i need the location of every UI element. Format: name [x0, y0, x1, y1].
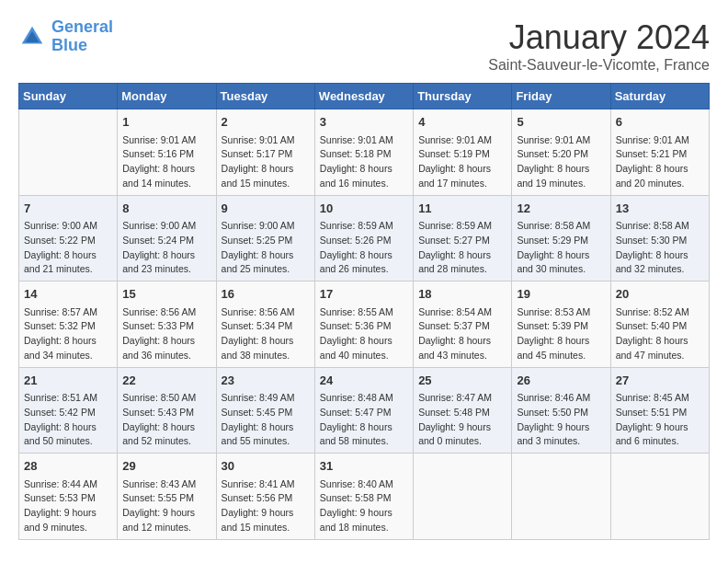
calendar-cell: 28Sunrise: 8:44 AMSunset: 5:53 PMDayligh…	[19, 454, 118, 540]
calendar-week-row: 7Sunrise: 9:00 AMSunset: 5:22 PMDaylight…	[19, 195, 710, 282]
cell-content-line: Sunrise: 8:59 AM	[418, 219, 506, 234]
cell-content-line: Daylight: 8 hours	[616, 248, 704, 263]
calendar-cell	[610, 454, 709, 540]
cell-content-line: and 18 minutes.	[320, 521, 408, 535]
cell-content-line: and 52 minutes.	[122, 434, 210, 449]
cell-content-line: Daylight: 9 hours	[616, 420, 704, 435]
cell-content-line: and 25 minutes.	[222, 262, 310, 277]
calendar-cell: 26Sunrise: 8:46 AMSunset: 5:50 PMDayligh…	[512, 367, 610, 454]
cell-content-line: Sunset: 5:17 PM	[222, 147, 310, 162]
header-day: Wednesday	[314, 84, 413, 109]
cell-content-line: Daylight: 8 hours	[122, 334, 210, 349]
cell-content-line: and 26 minutes.	[320, 262, 408, 277]
cell-content-line: Sunrise: 8:45 AM	[616, 391, 704, 406]
cell-content-line: Sunset: 5:43 PM	[122, 406, 210, 420]
cell-content-line: Sunset: 5:29 PM	[517, 234, 605, 248]
cell-content-line: Sunrise: 8:47 AM	[418, 391, 506, 406]
header-day: Saturday	[610, 84, 709, 109]
calendar-cell: 25Sunrise: 8:47 AMSunset: 5:48 PMDayligh…	[414, 367, 512, 454]
day-number: 5	[517, 113, 605, 132]
day-number: 19	[517, 285, 605, 304]
cell-content-line: and 36 minutes.	[122, 349, 210, 363]
calendar-week-row: 14Sunrise: 8:57 AMSunset: 5:32 PMDayligh…	[19, 282, 710, 368]
cell-content-line: Sunset: 5:55 PM	[122, 491, 210, 506]
calendar-cell: 30Sunrise: 8:41 AMSunset: 5:56 PMDayligh…	[216, 454, 314, 540]
cell-content-line: and 20 minutes.	[616, 177, 704, 191]
cell-content-line: Daylight: 8 hours	[122, 162, 210, 177]
cell-content-line: and 12 minutes.	[122, 521, 210, 535]
cell-content-line: Sunrise: 8:50 AM	[122, 391, 210, 406]
cell-content-line: Sunrise: 9:01 AM	[320, 133, 408, 148]
cell-content-line: and 47 minutes.	[616, 349, 704, 363]
cell-content-line: Sunrise: 8:40 AM	[320, 477, 408, 492]
cell-content-line: Sunset: 5:22 PM	[24, 234, 112, 248]
cell-content-line: Sunrise: 9:01 AM	[517, 133, 605, 148]
logo: General Blue	[18, 18, 113, 55]
calendar-table: SundayMondayTuesdayWednesdayThursdayFrid…	[18, 83, 710, 540]
cell-content-line: Sunset: 5:53 PM	[24, 491, 112, 506]
cell-content-line: Daylight: 8 hours	[122, 248, 210, 263]
cell-content-line: Sunset: 5:25 PM	[222, 234, 310, 248]
cell-content-line: Sunset: 5:39 PM	[517, 319, 605, 334]
cell-content-line: Sunset: 5:16 PM	[122, 147, 210, 162]
cell-content-line: Sunrise: 8:51 AM	[24, 391, 112, 406]
day-number: 8	[122, 200, 210, 218]
calendar-cell: 14Sunrise: 8:57 AMSunset: 5:32 PMDayligh…	[19, 282, 118, 368]
calendar-cell: 3Sunrise: 9:01 AMSunset: 5:18 PMDaylight…	[314, 109, 413, 196]
cell-content-line: Sunrise: 9:01 AM	[418, 133, 506, 148]
calendar-cell: 2Sunrise: 9:01 AMSunset: 5:17 PMDaylight…	[216, 109, 314, 196]
cell-content-line: Sunrise: 8:58 AM	[517, 219, 605, 234]
cell-content-line: Sunset: 5:58 PM	[320, 491, 408, 506]
day-number: 6	[616, 113, 704, 132]
cell-content-line: Sunset: 5:56 PM	[222, 491, 310, 506]
cell-content-line: Daylight: 8 hours	[24, 334, 112, 349]
cell-content-line: Daylight: 8 hours	[320, 162, 408, 177]
cell-content-line: Sunset: 5:20 PM	[517, 147, 605, 162]
cell-content-line: Daylight: 8 hours	[517, 334, 605, 349]
calendar-week-row: 28Sunrise: 8:44 AMSunset: 5:53 PMDayligh…	[19, 454, 710, 540]
header-day: Thursday	[414, 84, 512, 109]
calendar-cell: 21Sunrise: 8:51 AMSunset: 5:42 PMDayligh…	[19, 367, 118, 454]
calendar-cell: 4Sunrise: 9:01 AMSunset: 5:19 PMDaylight…	[414, 109, 512, 196]
cell-content-line: and 30 minutes.	[517, 262, 605, 277]
day-number: 17	[320, 285, 408, 304]
cell-content-line: Sunrise: 8:57 AM	[24, 305, 112, 320]
cell-content-line: and 45 minutes.	[517, 349, 605, 363]
calendar-cell: 16Sunrise: 8:56 AMSunset: 5:34 PMDayligh…	[216, 282, 314, 368]
cell-content-line: and 17 minutes.	[418, 177, 506, 191]
header-day: Sunday	[19, 84, 118, 109]
cell-content-line: Sunset: 5:21 PM	[616, 147, 704, 162]
day-number: 7	[24, 200, 112, 218]
day-number: 15	[122, 285, 210, 304]
cell-content-line: Sunrise: 8:55 AM	[320, 305, 408, 320]
cell-content-line: and 15 minutes.	[222, 521, 310, 535]
header-day: Friday	[512, 84, 610, 109]
day-number: 29	[122, 457, 210, 476]
cell-content-line: Sunrise: 8:56 AM	[122, 305, 210, 320]
cell-content-line: and 43 minutes.	[418, 349, 506, 363]
cell-content-line: Sunset: 5:33 PM	[122, 319, 210, 334]
logo-text: General Blue	[51, 18, 113, 55]
day-number: 14	[24, 285, 112, 304]
calendar-cell	[414, 454, 512, 540]
calendar-cell: 7Sunrise: 9:00 AMSunset: 5:22 PMDaylight…	[19, 195, 118, 282]
cell-content-line: Sunset: 5:34 PM	[222, 319, 310, 334]
day-number: 28	[24, 457, 112, 476]
cell-content-line: and 28 minutes.	[418, 262, 506, 277]
day-number: 30	[222, 457, 310, 476]
cell-content-line: Daylight: 8 hours	[320, 248, 408, 263]
cell-content-line: Sunrise: 8:46 AM	[517, 391, 605, 406]
day-number: 26	[517, 372, 605, 390]
cell-content-line: Daylight: 8 hours	[222, 420, 310, 435]
cell-content-line: Sunrise: 8:56 AM	[222, 305, 310, 320]
calendar-cell: 1Sunrise: 9:01 AMSunset: 5:16 PMDaylight…	[118, 109, 216, 196]
title-section: January 2024 Saint-Sauveur-le-Vicomte, F…	[488, 18, 710, 74]
cell-content-line: and 38 minutes.	[222, 349, 310, 363]
cell-content-line: Sunset: 5:37 PM	[418, 319, 506, 334]
logo-line2: Blue	[51, 36, 87, 54]
cell-content-line: Sunset: 5:42 PM	[24, 406, 112, 420]
cell-content-line: Daylight: 8 hours	[24, 420, 112, 435]
calendar-cell: 22Sunrise: 8:50 AMSunset: 5:43 PMDayligh…	[118, 367, 216, 454]
calendar-cell: 27Sunrise: 8:45 AMSunset: 5:51 PMDayligh…	[610, 367, 709, 454]
cell-content-line: Sunset: 5:30 PM	[616, 234, 704, 248]
